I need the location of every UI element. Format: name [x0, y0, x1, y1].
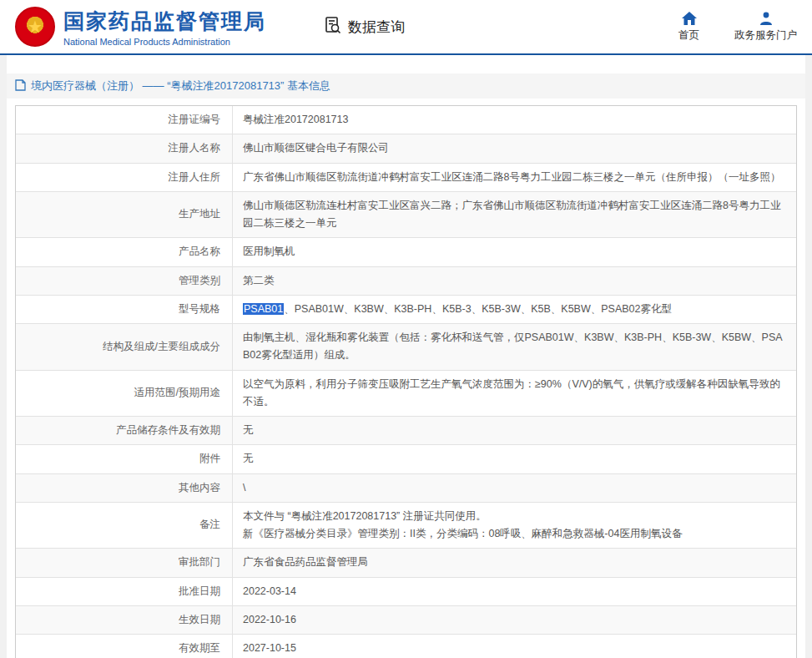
row-value: 广东省食品药品监督管理局 [233, 549, 796, 576]
nav-home-label: 首页 [678, 28, 699, 43]
row-value: 无 [233, 445, 796, 473]
table-row: 审批部门 广东省食品药品监督管理局 [16, 549, 796, 577]
row-value: 以空气为原料，利用分子筛变压吸附工艺生产氧气浓度范围为：≥90%（V/V)的氧气… [233, 371, 796, 417]
row-value: 医用制氧机 [233, 238, 796, 266]
table-row-remarks: 备注 本文件与 “粤械注准20172081713” 注册证共同使用。 新《医疗器… [16, 503, 796, 549]
row-value: 2022-10-16 [233, 606, 796, 634]
registration-info-table: 注册证编号 粤械注准20172081713 注册人名称 佛山市顺德区键合电子有限… [15, 105, 797, 658]
row-label: 结构及组成/主要组成成分 [16, 324, 233, 370]
org-name-en: National Medical Products Administration [63, 37, 266, 47]
row-label: 生效日期 [16, 606, 233, 634]
site-header: ★ 国家药品监督管理局 National Medical Products Ad… [0, 0, 812, 55]
row-label: 注册人住所 [16, 164, 233, 191]
table-row: 有效期至 2027-10-15 [16, 635, 796, 658]
table-row: 产品储存条件及有效期 无 [16, 417, 796, 445]
brand-logo[interactable]: ★ 国家药品监督管理局 National Medical Products Ad… [15, 7, 266, 47]
table-row: 批准日期 2022-03-14 [16, 578, 796, 606]
nav-home[interactable]: 首页 [678, 12, 699, 43]
row-label: 注册证编号 [16, 106, 233, 134]
brand-text: 国家药品监督管理局 National Medical Products Admi… [63, 8, 266, 47]
table-row: 结构及组成/主要组成成分 由制氧主机、湿化瓶和雾化装置（包括：雾化杯和送气管，仅… [16, 324, 796, 371]
row-label: 附件 [16, 445, 233, 473]
document-icon [15, 79, 26, 94]
home-icon [682, 12, 697, 25]
row-label: 审批部门 [16, 549, 233, 576]
row-label: 批准日期 [16, 578, 233, 605]
remark-line: 新《医疗器械分类目录》管理类别：II类，分类编码：08呼吸、麻醉和急救器械-04… [243, 525, 786, 543]
table-row: 注册证编号 粤械注准20172081713 [16, 106, 796, 134]
document-search-icon [323, 15, 343, 39]
table-row: 注册人住所 广东省佛山市顺德区勒流街道冲鹤村富安工业区连涌二路8号粤力工业园二栋… [16, 164, 796, 192]
table-row: 产品名称 医用制氧机 [16, 238, 796, 266]
row-value: 本文件与 “粤械注准20172081713” 注册证共同使用。 新《医疗器械分类… [233, 503, 796, 549]
table-row: 附件 无 [16, 445, 796, 473]
table-row-model-spec: 型号规格 PSAB01、PSAB01W、K3BW、K3B-PH、K5B-3、K5… [16, 296, 796, 324]
row-label: 生产地址 [16, 192, 233, 238]
header-nav: 首页 政务服务门户 [678, 12, 797, 43]
org-name-cn: 国家药品监督管理局 [63, 8, 266, 35]
row-label: 管理类别 [16, 267, 233, 295]
page-title-bar: 境内医疗器械（注册） —— “粤械注准20172081713” 基本信息 [7, 73, 805, 99]
row-value: 佛山市顺德区勒流连杜村富安工业区富兴二路；广东省佛山市顺德区勒流街道冲鹤村富安工… [233, 192, 796, 238]
content-panel: 境内医疗器械（注册） —— “粤械注准20172081713” 基本信息 注册证… [7, 55, 805, 658]
row-value: 粤械注准20172081713 [233, 106, 796, 134]
row-label: 产品储存条件及有效期 [16, 417, 233, 444]
table-row: 适用范围/预期用途 以空气为原料，利用分子筛变压吸附工艺生产氧气浓度范围为：≥9… [16, 371, 796, 418]
row-label: 注册人名称 [16, 134, 233, 162]
row-label: 型号规格 [16, 296, 233, 323]
remark-line: 本文件与 “粤械注准20172081713” 注册证共同使用。 [243, 508, 786, 525]
row-value: \ [233, 474, 796, 502]
content-gap [7, 55, 805, 73]
model-list-text: 、PSAB01W、K3BW、K3B-PH、K5B-3、K5B-3W、K5B、K5… [284, 303, 672, 315]
row-label: 产品名称 [16, 238, 233, 266]
table-row: 注册人名称 佛山市顺德区键合电子有限公司 [16, 134, 796, 163]
nav-portal[interactable]: 政务服务门户 [734, 12, 797, 43]
person-icon [759, 12, 773, 25]
data-query-label: 数据查询 [348, 18, 405, 37]
row-value: 佛山市顺德区键合电子有限公司 [233, 134, 796, 162]
row-value: 第二类 [233, 267, 796, 295]
row-value: 无 [233, 417, 796, 444]
row-value: 由制氧主机、湿化瓶和雾化装置（包括：雾化杯和送气管，仅PSAB01W、K3BW、… [233, 324, 796, 370]
table-row: 其他内容 \ [16, 474, 796, 503]
row-label: 备注 [16, 503, 233, 549]
table-row: 生产地址 佛山市顺德区勒流连杜村富安工业区富兴二路；广东省佛山市顺德区勒流街道冲… [16, 192, 796, 239]
nav-portal-label: 政务服务门户 [734, 28, 797, 43]
row-label: 适用范围/预期用途 [16, 371, 233, 417]
data-query-tab[interactable]: 数据查询 [323, 15, 405, 39]
row-value: PSAB01、PSAB01W、K3BW、K3B-PH、K5B-3、K5B-3W、… [233, 296, 796, 323]
row-label: 有效期至 [16, 635, 233, 658]
table-row: 管理类别 第二类 [16, 267, 796, 296]
selected-model-text: PSAB01 [243, 303, 284, 315]
row-value: 2022-03-14 [233, 578, 796, 605]
row-value: 广东省佛山市顺德区勒流街道冲鹤村富安工业区连涌二路8号粤力工业园二栋三楼之一单元… [233, 164, 796, 191]
national-emblem-icon: ★ [15, 7, 55, 47]
row-value: 2027-10-15 [233, 635, 796, 658]
table-row: 生效日期 2022-10-16 [16, 606, 796, 635]
page-title: 境内医疗器械（注册） —— “粤械注准20172081713” 基本信息 [31, 78, 330, 94]
row-label: 其他内容 [16, 474, 233, 502]
